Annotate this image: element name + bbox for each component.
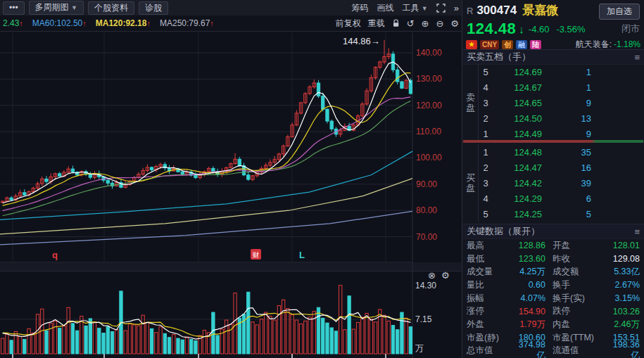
market-status: 闭市: [621, 23, 640, 35]
trend-up-icon: ↑: [210, 19, 214, 27]
price[interactable]: 124.29: [493, 193, 542, 204]
key-data-table: 最高128.86开盘128.01最低123.60昨收129.08成交量4.25万…: [462, 239, 644, 357]
svg-text:120.00: 120.00: [416, 101, 442, 110]
draw-line-button[interactable]: 画线: [377, 2, 394, 14]
price-row: 124.48 ↓ -4.60 -3.56% 闭市: [462, 20, 644, 38]
event-marker: L: [299, 250, 305, 260]
zoom-out-icon[interactable]: ⊖: [436, 19, 443, 28]
quantity: 9: [542, 98, 591, 108]
price[interactable]: 124.50: [493, 113, 542, 124]
buy-side-label: 买盘: [465, 172, 476, 193]
svg-text:110.00: 110.00: [416, 127, 441, 136]
price[interactable]: 124.67: [493, 82, 542, 93]
reload-button[interactable]: 重载: [368, 18, 385, 30]
quantity: 39: [542, 178, 591, 188]
buy-row[interactable]: 4124.296: [479, 191, 644, 206]
stat-value: 0.60: [510, 280, 545, 290]
trend-up-icon: ↑: [146, 19, 151, 27]
buy-book: 买盘 1124.48352124.47163124.42394124.29651…: [462, 144, 644, 222]
chevron-down-icon: ▼: [422, 5, 428, 12]
stat-value: 129.08: [605, 254, 640, 264]
last-price: 124.48: [467, 20, 516, 38]
trend-up-icon: ↑: [19, 19, 23, 27]
cny-badge: CNY: [480, 40, 499, 49]
sell-row[interactable]: 1124.499: [479, 126, 644, 141]
sell-side-label: 卖盘: [465, 92, 476, 113]
candlestick-volume-chart[interactable]: 140.00130.00120.00110.00100.0090.0080.00…: [0, 0, 462, 358]
buy-row[interactable]: 5124.255: [479, 206, 644, 222]
level: 5: [479, 209, 493, 219]
sell-book: 卖盘 5124.6914124.6713124.6592124.50131124…: [462, 64, 644, 141]
badge-row: ★ CNY 创 融 陆 航天装备:-1.18%: [462, 39, 644, 50]
settings-gear-icon[interactable]: ⚙: [450, 19, 459, 28]
sell-row[interactable]: 2124.5013: [479, 110, 644, 126]
key-data-row: 外盘1.79万内盘2.46万: [462, 318, 644, 331]
svg-text:7.15: 7.15: [415, 314, 432, 324]
fullscreen-icon[interactable]: [436, 4, 446, 13]
svg-text:90.00: 90.00: [416, 179, 437, 189]
buy-row[interactable]: 3124.4239: [479, 175, 644, 191]
key-data-row: 量比0.60换手2.67%: [462, 279, 644, 292]
stock-title-row: R 300474 景嘉微 加自选: [462, 2, 644, 19]
quantity: 1: [542, 82, 591, 93]
tools-button[interactable]: 工具 ▼: [403, 2, 428, 14]
stat-value: 123.60: [510, 254, 545, 264]
peak-price-annotation: 144.86→: [343, 36, 380, 46]
sell-row[interactable]: 4124.671: [479, 79, 644, 95]
stat-label: 跌停: [553, 305, 605, 317]
key-data-row: 最低123.60昨收129.08: [462, 252, 644, 266]
lock-icon[interactable]: [392, 19, 400, 27]
price[interactable]: 124.65: [493, 98, 542, 108]
undo-icon[interactable]: ↺: [407, 19, 415, 28]
level: 4: [479, 82, 493, 93]
stat-label: 昨收: [553, 253, 605, 265]
price-change: -4.60: [529, 24, 550, 34]
chinext-badge: 创: [502, 40, 513, 49]
key-data-header[interactable]: 关键数据（展开） ≡: [462, 224, 644, 239]
price[interactable]: 124.69: [493, 67, 542, 77]
quantity: 6: [542, 193, 591, 204]
price[interactable]: 124.47: [493, 162, 542, 173]
sell-row[interactable]: 3124.659: [479, 95, 644, 110]
margin-marker: R: [467, 6, 473, 16]
price[interactable]: 124.42: [493, 178, 542, 188]
sector-link[interactable]: 航天装备:-1.18%: [576, 39, 640, 51]
chips-button[interactable]: 筹码: [352, 2, 369, 14]
price[interactable]: 124.48: [493, 147, 542, 158]
margin-badge: 融: [516, 40, 527, 49]
close-pane-icon[interactable]: ⊗: [428, 271, 436, 280]
stat-label: 市盈(静): [467, 332, 510, 344]
buy-row[interactable]: 1124.4835: [479, 144, 644, 160]
tab-stock-info[interactable]: 个股资料: [88, 1, 134, 15]
order-book-menu-icon[interactable]: ≡: [634, 52, 640, 63]
key-data-menu-icon[interactable]: ≡: [634, 226, 640, 237]
stat-value: 374.98亿: [510, 340, 545, 358]
collapse-panel-icon[interactable]: »: [454, 4, 459, 13]
stat-value: 128.01: [605, 241, 640, 250]
add-to-watchlist-button[interactable]: 加自选: [599, 4, 640, 20]
ma120-label: MA120:92.18↑: [96, 18, 151, 28]
price[interactable]: 124.25: [493, 209, 542, 219]
volume-pane-controls: ⊗ ⚙: [428, 271, 450, 280]
tab-diagnose[interactable]: 诊股: [139, 1, 168, 15]
tab-multi-period[interactable]: 多周期图 ▼: [29, 1, 84, 15]
stat-value: 1.79万: [510, 319, 545, 331]
level: 2: [479, 113, 493, 124]
volume-gear-icon[interactable]: ⚙: [441, 271, 450, 280]
quantity: 9: [542, 129, 591, 139]
quantity: 13: [542, 113, 591, 124]
stat-label: 总市值: [467, 345, 510, 357]
level: 1: [479, 129, 493, 139]
adjust-mode-button[interactable]: 前复权: [336, 18, 361, 30]
svg-text:70.00: 70.00: [416, 232, 437, 242]
level: 5: [479, 67, 493, 77]
quantity: 5: [542, 209, 591, 219]
zoom-in-icon[interactable]: ⊕: [422, 19, 429, 28]
buy-row[interactable]: 2124.4716: [479, 160, 644, 175]
price[interactable]: 124.49: [493, 129, 542, 139]
more-tabs-button[interactable]: •••: [3, 1, 25, 15]
key-data-row: 振幅4.07%换手(实)3.15%: [462, 292, 644, 305]
sell-row[interactable]: 5124.691: [479, 64, 644, 79]
stat-label: 最低: [467, 253, 510, 265]
quantity: 16: [542, 162, 591, 173]
